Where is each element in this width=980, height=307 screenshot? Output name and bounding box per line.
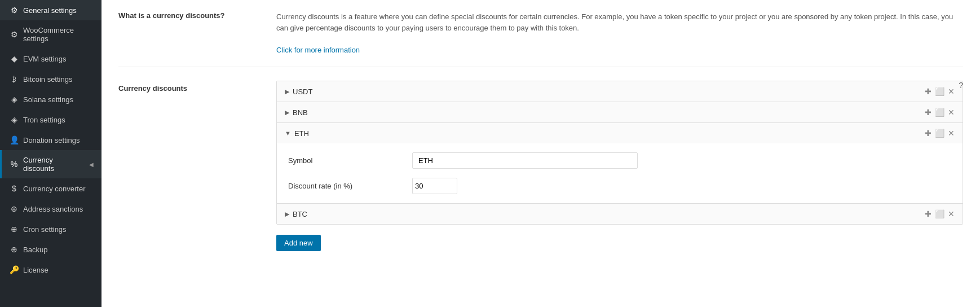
field-row-discount-rate: Discount rate (in %) [288, 178, 951, 194]
sidebar-icon-donation-settings: 👤 [10, 135, 19, 144]
accordion-list: ▶ USDT ✚ ⬜ ✕ ▶ BNB ✚ ⬜ ✕ ▼ ETH [276, 81, 963, 225]
field-label-symbol: Symbol [288, 156, 401, 165]
accordion-left-eth: ▼ ETH [285, 129, 309, 138]
sidebar-icon-address-sanctions: ⊕ [10, 204, 19, 213]
sidebar-icon-license: 🔑 [10, 265, 19, 274]
sidebar: ⚙ General settings ⚙ WooCommerce setting… [0, 0, 101, 307]
click-more-info-link[interactable]: Click for more information [276, 46, 360, 54]
accordion-add-eth[interactable]: ✚ [925, 129, 932, 138]
accordion-item-usdt: ▶ USDT ✚ ⬜ ✕ [277, 81, 963, 102]
accordion-add-btc[interactable]: ✚ [925, 209, 932, 218]
sidebar-icon-tron-settings: ◈ [10, 115, 19, 124]
sidebar-item-currency-discounts[interactable]: % Currency discounts ◀ [0, 150, 101, 178]
main-content: What is a currency discounts? Currency d… [101, 0, 980, 307]
sidebar-label-bitcoin-settings: Bitcoin settings [23, 75, 94, 84]
sidebar-icon-solana-settings: ◈ [10, 95, 19, 104]
accordion-actions-eth: ✚ ⬜ ✕ [925, 129, 955, 138]
accordion-add-bnb[interactable]: ✚ [925, 108, 932, 117]
accordion-item-eth: ▼ ETH ✚ ⬜ ✕ SymbolDiscount rate (in %) [277, 123, 963, 204]
accordion-toggle-eth: ▼ [285, 130, 291, 137]
accordion-left-bnb: ▶ BNB [285, 108, 308, 117]
currency-discounts-section: Currency discounts ? ▶ USDT ✚ ⬜ ✕ ▶ BNB … [118, 81, 963, 251]
sidebar-item-currency-converter[interactable]: $ Currency converter [0, 178, 101, 199]
section-label: Currency discounts [118, 81, 265, 251]
sidebar-label-solana-settings: Solana settings [23, 95, 94, 104]
field-input-container-discount-rate [412, 178, 951, 194]
sidebar-item-backup[interactable]: ⊕ Backup [0, 239, 101, 260]
field-label-discount-rate: Discount rate (in %) [288, 182, 401, 190]
accordion-toggle-btc: ▶ [285, 210, 289, 218]
sidebar-item-address-sanctions[interactable]: ⊕ Address sanctions [0, 199, 101, 219]
sidebar-item-donation-settings[interactable]: 👤 Donation settings [0, 130, 101, 150]
accordion-actions-usdt: ✚ ⬜ ✕ [925, 87, 955, 96]
accordion-item-bnb: ▶ BNB ✚ ⬜ ✕ [277, 102, 963, 123]
question-section: What is a currency discounts? Currency d… [118, 11, 963, 67]
accordion-header-btc[interactable]: ▶ BTC ✚ ⬜ ✕ [277, 204, 963, 224]
sidebar-collapse-arrow[interactable]: ◀ [89, 161, 94, 168]
accordion-add-usdt[interactable]: ✚ [925, 87, 932, 96]
sidebar-label-license: License [23, 266, 94, 274]
accordion-title-btc: BTC [293, 210, 307, 218]
sidebar-icon-bitcoin-settings: ₿ [10, 74, 19, 84]
accordion-body-eth: SymbolDiscount rate (in %) [277, 143, 963, 203]
accordion-title-eth: ETH [294, 129, 309, 138]
field-input-container-symbol [412, 152, 951, 169]
field-symbol-input[interactable] [412, 152, 638, 169]
sidebar-item-woocommerce-settings[interactable]: ⚙ WooCommerce settings [0, 20, 101, 49]
accordion-left-btc: ▶ BTC [285, 210, 307, 218]
accordion-header-bnb[interactable]: ▶ BNB ✚ ⬜ ✕ [277, 102, 963, 122]
accordion-header-eth[interactable]: ▼ ETH ✚ ⬜ ✕ [277, 123, 963, 143]
sidebar-icon-backup: ⊕ [10, 245, 19, 254]
section-content: ? ▶ USDT ✚ ⬜ ✕ ▶ BNB ✚ ⬜ ✕ [276, 81, 963, 251]
sidebar-icon-currency-discounts: % [10, 160, 19, 169]
sidebar-item-cron-settings[interactable]: ⊕ Cron settings [0, 219, 101, 239]
sidebar-label-backup: Backup [23, 245, 94, 254]
accordion-toggle-usdt: ▶ [285, 88, 289, 95]
accordion-item-btc: ▶ BTC ✚ ⬜ ✕ [277, 204, 963, 224]
accordion-header-usdt[interactable]: ▶ USDT ✚ ⬜ ✕ [277, 81, 963, 102]
sidebar-label-woocommerce-settings: WooCommerce settings [23, 26, 94, 43]
sidebar-icon-cron-settings: ⊕ [10, 225, 19, 234]
sidebar-item-bitcoin-settings[interactable]: ₿ Bitcoin settings [0, 69, 101, 89]
add-new-button[interactable]: Add new [276, 235, 321, 251]
accordion-copy-btc[interactable]: ⬜ [935, 209, 944, 218]
sidebar-item-evm-settings[interactable]: ◆ EVM settings [0, 49, 101, 69]
sidebar-item-general-settings[interactable]: ⚙ General settings [0, 0, 101, 20]
accordion-title-usdt: USDT [293, 87, 312, 96]
sidebar-item-license[interactable]: 🔑 License [0, 260, 101, 280]
accordion-title-bnb: BNB [293, 108, 308, 117]
question-label: What is a currency discounts? [118, 11, 265, 55]
sidebar-label-general-settings: General settings [23, 6, 94, 15]
sidebar-item-tron-settings[interactable]: ◈ Tron settings [0, 109, 101, 130]
sidebar-item-solana-settings[interactable]: ◈ Solana settings [0, 89, 101, 109]
accordion-remove-eth[interactable]: ✕ [948, 129, 955, 138]
question-description: Currency discounts is a feature where yo… [276, 11, 963, 33]
field-discount-rate-input[interactable] [412, 178, 457, 194]
sidebar-label-donation-settings: Donation settings [23, 136, 94, 144]
accordion-copy-bnb[interactable]: ⬜ [935, 108, 944, 117]
sidebar-label-cron-settings: Cron settings [23, 225, 94, 234]
sidebar-icon-currency-converter: $ [10, 184, 19, 193]
sidebar-label-address-sanctions: Address sanctions [23, 205, 94, 213]
sidebar-icon-general-settings: ⚙ [10, 6, 19, 15]
help-icon[interactable]: ? [959, 81, 963, 90]
accordion-actions-bnb: ✚ ⬜ ✕ [925, 108, 955, 117]
sidebar-label-tron-settings: Tron settings [23, 116, 94, 124]
accordion-left-usdt: ▶ USDT [285, 87, 312, 96]
sidebar-icon-woocommerce-settings: ⚙ [10, 30, 19, 39]
sidebar-label-currency-converter: Currency converter [23, 185, 94, 193]
sidebar-icon-evm-settings: ◆ [10, 54, 19, 63]
question-content: Currency discounts is a feature where yo… [276, 11, 963, 55]
accordion-copy-eth[interactable]: ⬜ [935, 129, 944, 138]
accordion-actions-btc: ✚ ⬜ ✕ [925, 209, 955, 218]
field-row-symbol: Symbol [288, 152, 951, 169]
accordion-remove-usdt[interactable]: ✕ [948, 87, 955, 96]
sidebar-label-currency-discounts: Currency discounts [23, 156, 85, 173]
sidebar-label-evm-settings: EVM settings [23, 55, 94, 63]
accordion-copy-usdt[interactable]: ⬜ [935, 87, 944, 96]
accordion-remove-bnb[interactable]: ✕ [948, 108, 955, 117]
accordion-toggle-bnb: ▶ [285, 109, 289, 116]
accordion-remove-btc[interactable]: ✕ [948, 209, 955, 218]
